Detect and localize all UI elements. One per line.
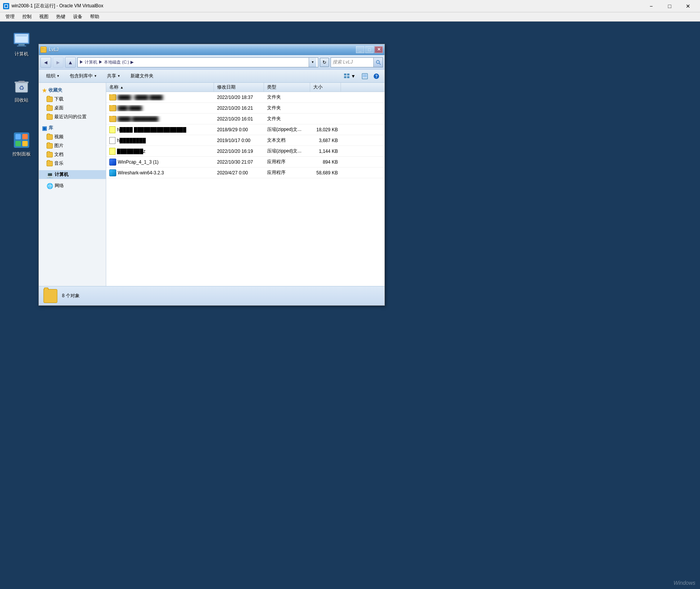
- table-row[interactable]: ████ ████████ 2022/10/20 16:01 文件夹: [106, 114, 384, 124]
- svg-rect-18: [41, 48, 43, 49]
- sidebar-item-videos[interactable]: 视频: [39, 132, 106, 141]
- column-header-row: 名称 ▲ 修改日期 类型 大小: [106, 83, 384, 92]
- explorer-restore-button[interactable]: □: [365, 46, 374, 53]
- back-button[interactable]: ◄: [40, 57, 51, 68]
- sort-asc-icon: ▲: [120, 85, 124, 89]
- sidebar-item-music[interactable]: 音乐: [39, 159, 106, 168]
- address-dropdown-button[interactable]: ▼: [309, 58, 316, 67]
- file-name-cell: Wireshark-win64-3.2.3: [106, 169, 214, 176]
- sidebar-item-pictures[interactable]: 图片: [39, 141, 106, 150]
- col-header-type[interactable]: 类型: [264, 83, 310, 92]
- svg-rect-4: [18, 44, 25, 45]
- controlpanel-icon-label: 控制面板: [12, 151, 31, 157]
- vbox-menubar: 管理 控制 视图 热键 设备 帮助: [0, 12, 700, 22]
- help-icon: ?: [373, 73, 379, 79]
- explorer-title-text: LvLJ: [49, 47, 356, 52]
- file-date-cell: 2018/9/29 0:00: [214, 127, 264, 132]
- file-name-cell: ████ S████ ████: [106, 94, 214, 100]
- sidebar-item-network[interactable]: 🌐 网络: [39, 181, 106, 190]
- file-name-cell: ████████z: [106, 148, 214, 155]
- file-size-cell: 18,029 KB: [310, 127, 341, 132]
- col-header-name[interactable]: 名称 ▲: [106, 83, 214, 92]
- table-row[interactable]: WinPcap_4_1_3 (1) 2022/10/30 21:07 应用程序 …: [106, 157, 384, 167]
- vbox-close-button[interactable]: ✕: [679, 0, 697, 12]
- help-button[interactable]: ?: [371, 72, 381, 80]
- search-button[interactable]: [373, 58, 383, 67]
- recycle-icon-label: 回收站: [15, 97, 28, 104]
- svg-point-19: [376, 60, 379, 64]
- menu-help[interactable]: 帮助: [86, 13, 103, 21]
- table-row[interactable]: h████████ 2019/10/17 0:00 文本文档 3,687 KB: [106, 135, 384, 146]
- file-type-cell: 压缩(zipped)文...: [264, 148, 310, 154]
- sidebar-libraries-header: ▣ 库: [39, 124, 106, 132]
- menu-devices[interactable]: 设备: [69, 13, 86, 21]
- pictures-folder-icon: [47, 143, 53, 149]
- menu-hotkey[interactable]: 热键: [52, 13, 69, 21]
- zip-icon: [109, 126, 115, 133]
- status-folder-icon: [43, 289, 57, 303]
- up-button[interactable]: ▲: [65, 57, 76, 68]
- windows-branding: Windows: [673, 580, 695, 586]
- favorites-label: 收藏夹: [48, 87, 62, 94]
- sidebar-item-documents[interactable]: 文档: [39, 150, 106, 159]
- file-name-cell: ████ ████████: [106, 116, 214, 122]
- file-type-cell: 文本文档: [264, 137, 310, 144]
- file-size-cell: 894 KB: [310, 159, 341, 165]
- address-bar[interactable]: ▶ 计算机 ▶ 本地磁盘 (C:) ▶ ▼: [77, 57, 318, 67]
- view-toggle-button[interactable]: ▼: [341, 72, 358, 80]
- explorer-cmdbar: 组织 ▼ 包含到库中 ▼ 共享 ▼ 新建文件夹: [39, 70, 384, 83]
- libraries-label: 库: [48, 125, 53, 131]
- col-header-size[interactable]: 大小: [310, 83, 341, 92]
- file-type-cell: 文件夹: [264, 115, 310, 122]
- col-name-label: 名称: [109, 84, 119, 90]
- explorer-close-button[interactable]: ✕: [374, 46, 383, 53]
- file-size-cell: 58,689 KB: [310, 170, 341, 176]
- file-date-cell: 2022/10/30 21:07: [214, 159, 264, 165]
- refresh-button[interactable]: ↻: [320, 58, 329, 67]
- sidebar-item-computer[interactable]: 💻 计算机: [39, 170, 106, 179]
- svg-rect-10: [18, 81, 25, 82]
- svg-rect-7: [16, 35, 27, 36]
- menu-control[interactable]: 控制: [18, 13, 35, 21]
- search-input[interactable]: [331, 60, 373, 65]
- new-folder-label: 新建文件夹: [130, 73, 154, 79]
- view-dropdown-icon: ▼: [351, 74, 356, 79]
- desktop-icon-controlpanel[interactable]: 控制面板: [6, 129, 37, 159]
- vbox-maximize-button[interactable]: □: [661, 0, 678, 12]
- videos-folder-icon: [47, 134, 53, 140]
- wireshark-icon: [109, 169, 116, 176]
- organize-button[interactable]: 组织 ▼: [42, 71, 64, 81]
- computer-label: 计算机: [55, 171, 68, 178]
- search-bar[interactable]: [331, 57, 383, 67]
- explorer-minimize-button[interactable]: _: [356, 46, 364, 53]
- file-name-text: ███ ████: [118, 105, 142, 111]
- desktop-icon-computer[interactable]: 计算机: [6, 29, 37, 59]
- svg-rect-23: [344, 76, 346, 78]
- desktop-icon-recycle[interactable]: ♻ 回收站: [6, 75, 37, 105]
- table-row[interactable]: ████████z 2022/10/20 16:19 压缩(zipped)文..…: [106, 146, 384, 157]
- table-row[interactable]: Wireshark-win64-3.2.3 2020/4/27 0:00 应用程…: [106, 167, 384, 178]
- file-date-cell: 2022/10/20 16:21: [214, 105, 264, 111]
- share-button[interactable]: 共享 ▼: [103, 71, 125, 81]
- menu-view[interactable]: 视图: [35, 13, 52, 21]
- sidebar-item-desktop[interactable]: 桌面: [39, 104, 106, 112]
- forward-button[interactable]: ►: [53, 57, 63, 68]
- file-type-cell: 应用程序: [264, 159, 310, 165]
- include-library-button[interactable]: 包含到库中 ▼: [65, 71, 101, 81]
- table-row[interactable]: h████ ████████████████ 2018/9/29 0:00 压缩…: [106, 124, 384, 135]
- table-row[interactable]: ███ ████ 2022/10/20 16:21 文件夹: [106, 103, 384, 114]
- preview-button[interactable]: [360, 72, 370, 80]
- sidebar-favorites-header: ★ 收藏夹: [39, 86, 106, 95]
- file-type-cell: 文件夹: [264, 105, 310, 111]
- table-row[interactable]: ████ S████ ████ 2022/10/20 18:37 文件夹: [106, 92, 384, 103]
- vbox-minimize-button[interactable]: −: [642, 0, 660, 12]
- sidebar-item-recent[interactable]: 最近访问的位置: [39, 112, 106, 121]
- explorer-statusbar: 8 个对象: [39, 286, 384, 305]
- file-name-text: ████ ████████: [118, 116, 158, 122]
- col-header-date[interactable]: 修改日期: [214, 83, 264, 92]
- desktop: 计算机 ♻ 回收站 控制面板: [0, 22, 700, 589]
- favorites-icon: ★: [42, 87, 47, 94]
- sidebar-item-downloads[interactable]: 下载: [39, 95, 106, 104]
- new-folder-button[interactable]: 新建文件夹: [126, 71, 158, 81]
- menu-manage[interactable]: 管理: [2, 13, 18, 21]
